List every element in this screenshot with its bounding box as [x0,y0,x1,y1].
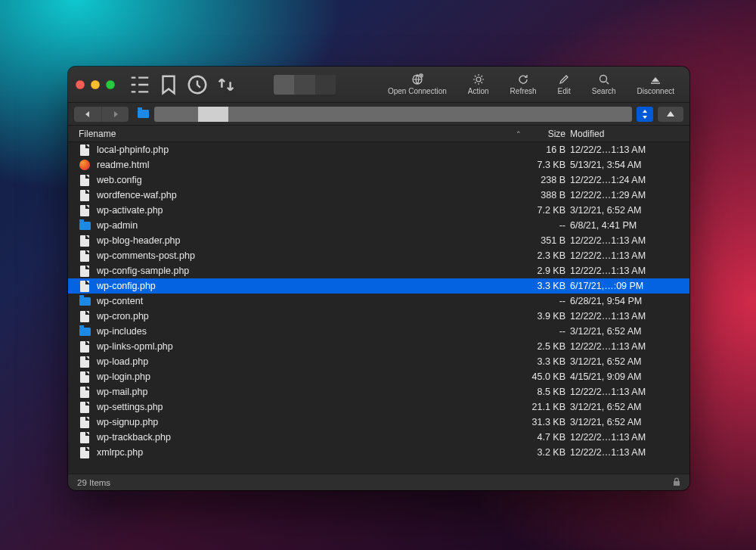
file-modified: 12/22/2…1:13 AM [570,266,682,276]
file-row[interactable]: wp-cron.php3.9 KB12/22/2…1:13 AM [68,309,689,324]
file-size: 238 B [522,175,570,185]
back-button[interactable] [74,107,101,122]
file-modified: 12/22/2…1:13 AM [570,387,682,397]
refresh-button[interactable]: Refresh [503,73,544,95]
file-row[interactable]: wp-content--6/28/21, 9:54 PM [68,294,689,309]
file-size: 3.3 KB [522,281,570,291]
file-row[interactable]: wp-login.php45.0 KB4/15/21, 9:09 AM [68,369,689,384]
search-button[interactable]: Search [584,73,624,95]
file-row[interactable]: wp-includes--3/12/21, 6:52 AM [68,324,689,339]
minimize-window-button[interactable] [91,80,100,89]
file-size: 3.3 KB [522,356,570,367]
file-row[interactable]: wp-mail.php8.5 KB12/22/2…1:13 AM [68,384,689,399]
file-size: -- [522,296,570,306]
disconnect-button[interactable]: Disconnect [630,73,682,95]
file-row[interactable]: wp-activate.php7.2 KB3/12/21, 6:52 AM [68,203,689,218]
file-modified: 12/22/2…1:13 AM [570,144,682,155]
file-row[interactable]: wp-admin--6/8/21, 4:41 PM [68,218,689,233]
file-icon [79,174,91,186]
folder-icon [79,295,91,307]
file-modified: 6/17/21,…:09 PM [570,281,682,291]
history-icon[interactable] [186,76,209,94]
file-row[interactable]: wp-config.php3.3 KB6/17/21,…:09 PM [68,278,689,294]
path-dropdown[interactable] [154,107,632,122]
file-size: 21.1 KB [522,402,570,412]
file-row[interactable]: wp-config-sample.php2.9 KB12/22/2…1:13 A… [68,263,689,278]
status-bar: 29 Items [68,474,689,490]
file-icon [79,250,91,262]
file-size: 16 B [522,144,570,155]
svg-point-3 [476,77,481,82]
file-row[interactable]: xmlrpc.php3.2 KB12/22/2…1:13 AM [68,445,689,460]
folder-icon [79,219,91,231]
file-row[interactable]: readme.html7.3 KB5/13/21, 3:54 AM [68,157,689,172]
open-connection-label: Open Connection [388,87,447,95]
file-name: wp-admin [97,220,522,231]
transfers-icon[interactable] [215,76,237,94]
file-name: wp-includes [97,326,522,337]
window-title [274,75,336,95]
file-size: 2.9 KB [522,266,570,276]
app-window: Open Connection Action Refresh Edit Sear… [68,67,689,490]
column-size[interactable]: Size [522,129,570,139]
bookmarks-icon[interactable] [157,76,180,94]
up-directory-button[interactable] [658,107,683,122]
action-label: Action [468,87,489,95]
column-filename[interactable]: Filename [79,129,513,139]
file-size: 7.2 KB [522,205,570,216]
disconnect-label: Disconnect [637,87,674,95]
file-row[interactable]: wp-links-opml.php2.5 KB12/22/2…1:13 AM [68,339,689,354]
file-name: xmlrpc.php [97,447,522,458]
forward-button[interactable] [101,107,129,122]
search-label: Search [592,87,616,95]
file-row[interactable]: wp-trackback.php4.7 KB12/22/2…1:13 AM [68,430,689,445]
file-row[interactable]: local-phpinfo.php16 B12/22/2…1:13 AM [68,142,689,157]
file-name: wp-load.php [97,356,522,367]
file-size: 351 B [522,235,570,246]
file-modified: 12/22/2…1:13 AM [570,250,682,261]
file-list[interactable]: local-phpinfo.php16 B12/22/2…1:13 AMread… [68,142,689,474]
lock-icon [673,477,680,488]
file-row[interactable]: wp-signup.php31.3 KB3/12/21, 6:52 AM [68,415,689,430]
file-icon [79,431,91,443]
file-size: -- [522,326,570,337]
file-name: wordfence-waf.php [97,190,522,200]
file-row[interactable]: web.config238 B12/22/2…1:24 AM [68,172,689,188]
file-icon [79,401,91,413]
file-name: web.config [97,175,522,185]
maximize-window-button[interactable] [106,80,115,89]
outline-view-icon[interactable] [129,76,151,94]
action-button[interactable]: Action [460,73,497,95]
file-modified: 12/22/2…1:13 AM [570,235,682,246]
window-controls [76,80,115,89]
path-stepper[interactable] [637,107,653,122]
column-size-label: Size [548,129,565,139]
file-name: wp-activate.php [97,205,522,216]
file-name: wp-trackback.php [97,432,522,443]
file-row[interactable]: wp-comments-post.php2.3 KB12/22/2…1:13 A… [68,248,689,263]
file-modified: 12/22/2…1:13 AM [570,432,682,443]
open-connection-button[interactable]: Open Connection [380,73,454,95]
file-modified: 3/12/21, 6:52 AM [570,402,682,412]
file-name: wp-blog-header.php [97,235,522,246]
file-icon [79,340,91,353]
edit-button[interactable]: Edit [550,73,578,95]
file-modified: 3/12/21, 6:52 AM [570,326,682,337]
file-icon [79,386,91,398]
close-window-button[interactable] [76,80,85,89]
file-row[interactable]: wp-load.php3.3 KB3/12/21, 6:52 AM [68,354,689,369]
column-modified[interactable]: Modified [570,129,682,139]
file-size: 31.3 KB [522,417,570,427]
column-modified-label: Modified [570,129,604,139]
file-modified: 5/13/21, 3:54 AM [570,160,682,170]
file-row[interactable]: wordfence-waf.php388 B12/22/2…1:29 AM [68,188,689,203]
file-modified: 3/12/21, 6:52 AM [570,205,682,216]
file-row[interactable]: wp-settings.php21.1 KB3/12/21, 6:52 AM [68,399,689,415]
item-count: 29 Items [77,478,110,487]
file-name: wp-cron.php [97,311,522,322]
file-row[interactable]: wp-blog-header.php351 B12/22/2…1:13 AM [68,233,689,248]
file-size: 3.2 KB [522,447,570,458]
file-modified: 3/12/21, 6:52 AM [570,417,682,427]
file-size: -- [522,220,570,231]
file-name: wp-content [97,296,522,306]
